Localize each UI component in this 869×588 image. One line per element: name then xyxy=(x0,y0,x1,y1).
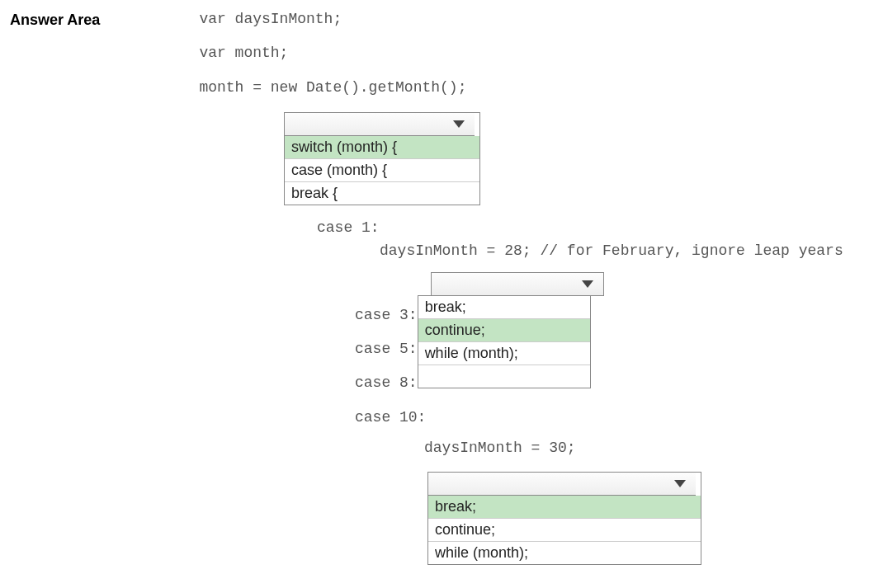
dropdown-fallthrough-options[interactable]: break; continue; while (month); xyxy=(418,295,591,388)
code-assign-month: month = new Date().getMonth(); xyxy=(199,78,466,97)
chevron-down-icon xyxy=(582,280,593,288)
dropdown-header[interactable] xyxy=(428,473,696,496)
dropdown-option-empty[interactable] xyxy=(418,365,590,388)
dropdown-option[interactable]: while (month); xyxy=(428,542,701,564)
dropdown-fallthrough-statement[interactable] xyxy=(431,272,604,296)
dropdown-option[interactable]: case (month) { xyxy=(285,159,479,182)
dropdown-header[interactable] xyxy=(432,273,603,296)
dropdown-break-statement[interactable]: break; continue; while (month); xyxy=(427,472,701,565)
dropdown-option[interactable]: break; xyxy=(418,296,590,319)
dropdown-option[interactable]: while (month); xyxy=(418,342,590,365)
dropdown-option[interactable]: break { xyxy=(285,182,479,205)
code-declare-month: var month; xyxy=(199,44,466,63)
code-case-5: case 5: xyxy=(355,337,418,361)
dropdown-header[interactable] xyxy=(285,113,475,136)
answer-area-title: Answer Area xyxy=(10,12,100,29)
dropdown-switch-statement[interactable]: switch (month) { case (month) { break { xyxy=(284,112,480,205)
dropdown-option[interactable]: continue; xyxy=(428,519,701,542)
chevron-down-icon xyxy=(453,120,465,128)
code-case-10: case 10: xyxy=(355,408,859,427)
dropdown-option[interactable]: switch (month) { xyxy=(285,136,479,159)
dropdown-option[interactable]: break; xyxy=(428,496,701,519)
code-case-8: case 8: xyxy=(355,371,418,395)
code-feb-days: daysInMonth = 28; // for February, ignor… xyxy=(380,242,859,261)
dropdown-option[interactable]: continue; xyxy=(418,319,590,342)
chevron-down-icon xyxy=(674,480,686,487)
code-case-1: case 1: xyxy=(317,219,859,238)
code-case-3: case 3: xyxy=(355,303,418,327)
code-30-days: daysInMonth = 30; xyxy=(424,439,859,458)
code-declare-days: var daysInMonth; xyxy=(199,10,466,29)
